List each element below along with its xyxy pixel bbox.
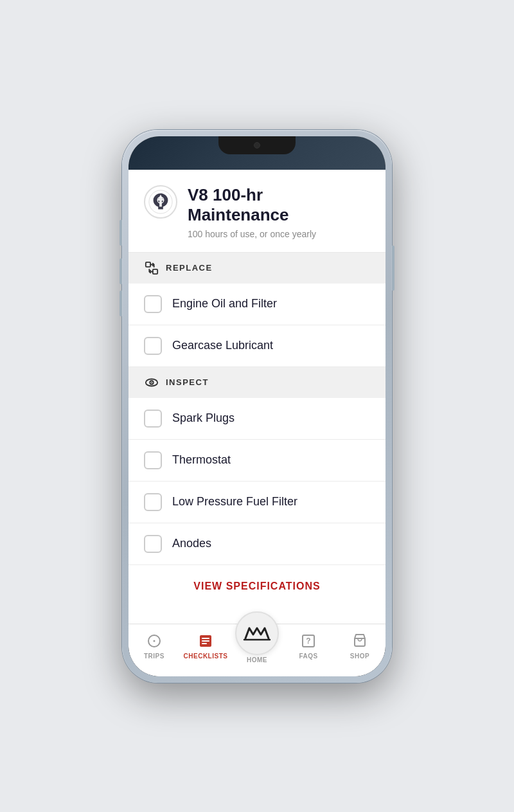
inspect-section-header: INSPECT: [128, 367, 386, 398]
phone-frame: V8 100-hr Maintenance 100 hours of use, …: [122, 130, 392, 683]
compass-icon: [145, 632, 163, 650]
checklist-item-spark-plugs[interactable]: Spark Plugs: [128, 398, 386, 440]
page-title: V8 100-hr Maintenance: [188, 185, 370, 225]
header-text: V8 100-hr Maintenance 100 hours of use, …: [188, 185, 370, 239]
checkbox-anodes[interactable]: [144, 535, 162, 553]
phone-inner: V8 100-hr Maintenance 100 hours of use, …: [128, 136, 386, 676]
nav-item-trips[interactable]: TRIPS: [128, 629, 180, 662]
inspect-label: INSPECT: [166, 377, 209, 387]
item-label-gearcase: Gearcase Lubricant: [172, 339, 273, 352]
nav-item-faqs[interactable]: ? FAQS: [283, 629, 334, 662]
svg-rect-2: [146, 262, 150, 267]
brand-logo: [144, 185, 177, 219]
checkbox-gearcase[interactable]: [144, 337, 162, 355]
checkbox-spark-plugs[interactable]: [144, 410, 162, 428]
nav-label-faqs: FAQS: [299, 653, 317, 660]
page-subtitle: 100 hours of use, or once yearly: [188, 229, 370, 239]
status-bar: [128, 136, 386, 170]
item-label-engine-oil: Engine Oil and Filter: [172, 297, 277, 311]
checklist-item-thermostat[interactable]: Thermostat: [128, 440, 386, 482]
view-specs-section: VIEW SPECIFICATIONS: [128, 565, 386, 608]
camera: [254, 142, 260, 149]
nav-item-checklists[interactable]: CHECKLISTS: [180, 629, 231, 662]
checklist-item-gearcase[interactable]: Gearcase Lubricant: [128, 325, 386, 367]
page-header: V8 100-hr Maintenance 100 hours of use, …: [128, 170, 386, 253]
item-label-spark-plugs: Spark Plugs: [172, 411, 235, 425]
nav-label-checklists: CHECKLISTS: [184, 653, 228, 660]
nav-label-shop: SHOP: [350, 653, 369, 660]
checklist-item-fuel-filter[interactable]: Low Pressure Fuel Filter: [128, 482, 386, 523]
home-circle: [235, 611, 279, 655]
nav-item-shop[interactable]: SHOP: [334, 629, 386, 662]
notch: [218, 136, 296, 154]
inspect-icon: [144, 375, 159, 390]
svg-point-6: [151, 382, 152, 383]
faqs-icon: ?: [299, 632, 317, 650]
checklist-icon: [197, 632, 215, 650]
checkbox-thermostat[interactable]: [144, 451, 162, 469]
item-label-thermostat: Thermostat: [172, 453, 231, 467]
nav-label-trips: TRIPS: [144, 653, 164, 660]
phone-screen: V8 100-hr Maintenance 100 hours of use, …: [128, 136, 386, 676]
replace-section-header: REPLACE: [128, 253, 386, 284]
svg-text:?: ?: [306, 636, 310, 645]
svg-point-9: [154, 640, 155, 642]
checkbox-engine-oil[interactable]: [144, 295, 162, 313]
checkbox-fuel-filter[interactable]: [144, 493, 162, 511]
bottom-nav: TRIPS CHECKLISTS: [128, 624, 386, 676]
content-area[interactable]: V8 100-hr Maintenance 100 hours of use, …: [128, 170, 386, 624]
item-label-fuel-filter: Low Pressure Fuel Filter: [172, 495, 297, 509]
nav-label-home: HOME: [247, 656, 267, 663]
nav-item-home[interactable]: HOME: [231, 611, 283, 663]
replace-icon: [144, 260, 159, 276]
replace-label: REPLACE: [166, 263, 213, 273]
shop-icon: [351, 632, 369, 650]
item-label-anodes: Anodes: [172, 537, 211, 550]
checklist-item-anodes[interactable]: Anodes: [128, 523, 386, 565]
svg-rect-3: [153, 269, 157, 274]
view-specs-button[interactable]: VIEW SPECIFICATIONS: [193, 581, 320, 592]
checklist-item-engine-oil[interactable]: Engine Oil and Filter: [128, 284, 386, 325]
